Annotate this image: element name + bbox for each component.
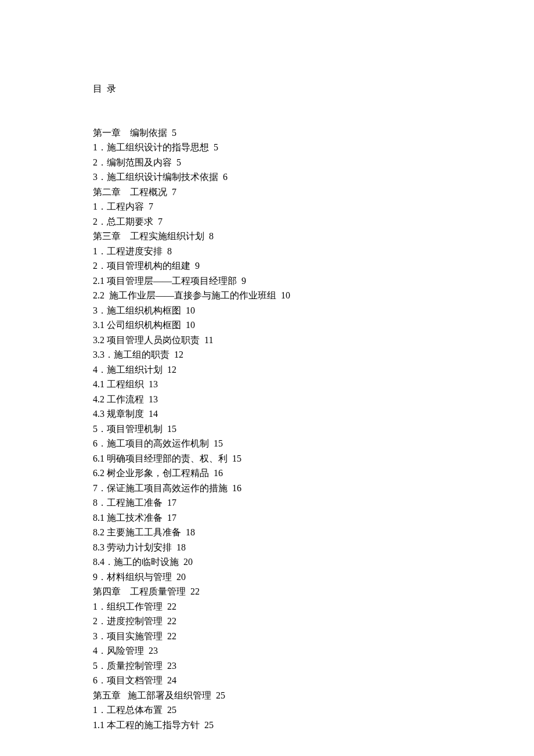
toc-label: 3．项目实施管理 <box>93 631 163 641</box>
toc-label: 7．保证施工项目高效运作的措施 <box>93 483 228 493</box>
toc-page-number: 9 <box>241 276 246 286</box>
toc-label: 8.3 劳动力计划安排 <box>93 542 172 552</box>
toc-label: 4．施工组织计划 <box>93 365 163 375</box>
toc-page-number: 17 <box>167 498 176 507</box>
toc-page-number: 8 <box>167 246 172 256</box>
toc-entry: 1．组织工作管理 22 <box>93 599 534 614</box>
toc-entry: 2．项目管理机构的组建 9 <box>93 258 534 273</box>
toc-page-number: 17 <box>167 513 176 523</box>
toc-entry: 第三章 工程实施组织计划 8 <box>93 229 534 244</box>
toc-page-number: 22 <box>167 602 176 611</box>
toc-label: 2．项目管理机构的组建 <box>93 261 190 271</box>
toc-page-number: 16 <box>214 468 223 478</box>
document-page: 目 录 第一章 编制依据 51．施工组织设计的指导思想 52．编制范围及内容 5… <box>0 0 534 732</box>
toc-label: 2.1 项目管理层——工程项目经理部 <box>93 276 237 286</box>
toc-page-number: 22 <box>167 631 176 641</box>
toc-entry: 2．总工期要求 7 <box>93 214 534 229</box>
toc-entry: 8.2 主要施工工具准备 18 <box>93 525 534 540</box>
toc-page-number: 22 <box>190 586 200 596</box>
toc-gap <box>169 350 174 359</box>
toc-label: 1．工程总体布置 <box>93 705 163 715</box>
toc-label: 2.2 施工作业层——直接参与施工的作业班组 <box>93 290 276 300</box>
toc-page-number: 16 <box>232 483 241 493</box>
toc-page-number: 15 <box>232 453 241 463</box>
toc-entry: 7．保证施工项目高效运作的措施 16 <box>93 481 534 496</box>
toc-label: 第四章 工程质量管理 <box>93 586 186 596</box>
toc-page-number: 7 <box>149 201 153 211</box>
table-of-contents: 第一章 编制依据 51．施工组织设计的指导思想 52．编制范围及内容 53．施工… <box>93 125 534 733</box>
toc-entry: 第五章 施工部署及组织管理 25 <box>93 688 534 703</box>
toc-label: 2．编制范围及内容 <box>93 157 172 167</box>
toc-gap <box>163 602 167 611</box>
toc-label: 8.2 主要施工工具准备 <box>93 527 181 537</box>
toc-entry: 3．项目实施管理 22 <box>93 629 534 644</box>
toc-gap <box>237 276 241 286</box>
toc-label: 9．材料组织与管理 <box>93 572 172 582</box>
toc-label: 8．工程施工准备 <box>93 498 163 507</box>
toc-gap <box>167 187 172 197</box>
toc-label: 1．工程内容 <box>93 201 144 211</box>
toc-gap <box>209 438 214 448</box>
toc-page-number: 20 <box>176 572 186 582</box>
toc-label: 1．工程进度安排 <box>93 246 163 256</box>
toc-entry: 5．项目管理机制 15 <box>93 422 534 437</box>
toc-gap <box>209 142 214 152</box>
toc-gap <box>163 705 167 715</box>
toc-entry: 3.1 公司组织机构框图 10 <box>93 318 534 333</box>
toc-label: 第三章 工程实施组织计划 <box>93 231 204 241</box>
toc-gap <box>172 572 176 582</box>
toc-label: 1.1 本工程的施工指导方针 <box>93 720 200 730</box>
toc-entry: 2.2 施工作业层——直接参与施工的作业班组 10 <box>93 288 534 303</box>
toc-gap <box>228 483 232 493</box>
toc-page-number: 12 <box>174 350 183 359</box>
toc-label: 8.1 施工技术准备 <box>93 513 163 523</box>
toc-gap <box>144 379 149 389</box>
toc-entry: 6.1 明确项目经理部的责、权、利 15 <box>93 451 534 466</box>
toc-entry: 2.1 项目管理层——工程项目经理部 9 <box>93 273 534 289</box>
toc-label: 2．进度控制管理 <box>93 616 163 626</box>
toc-entry: 3．施工组织设计编制技术依据 6 <box>93 170 534 185</box>
toc-entry: 3.2 项目管理人员岗位职责 11 <box>93 333 534 348</box>
toc-page-number: 23 <box>167 661 176 671</box>
toc-label: 第二章 工程概况 <box>93 187 167 197</box>
toc-label: 3．施工组织机构框图 <box>93 305 181 315</box>
toc-page-number: 8 <box>209 231 214 241</box>
toc-entry: 2．编制范围及内容 5 <box>93 155 534 170</box>
toc-entry: 3．施工组织机构框图 10 <box>93 303 534 318</box>
toc-label: 6．施工项目的高效运作机制 <box>93 438 209 448</box>
toc-page-number: 22 <box>167 616 176 626</box>
toc-label: 3．施工组织设计编制技术依据 <box>93 172 218 182</box>
toc-gap <box>163 498 167 507</box>
toc-entry: 4.2 工作流程 13 <box>93 392 534 407</box>
toc-entry: 8.3 劳动力计划安排 18 <box>93 540 534 555</box>
toc-page-number: 18 <box>186 527 195 537</box>
toc-page-number: 10 <box>186 305 195 315</box>
toc-entry: 3.3．施工组的职责 12 <box>93 347 534 362</box>
toc-label: 3.2 项目管理人员岗位职责 <box>93 335 200 345</box>
toc-label: 4.2 工作流程 <box>93 394 144 404</box>
toc-label: 6．项目文档管理 <box>93 675 163 685</box>
toc-label: 4.3 规章制度 <box>93 409 144 419</box>
toc-page-number: 5 <box>176 157 181 167</box>
document-title: 目 录 <box>93 81 534 96</box>
toc-page-number: 7 <box>158 217 163 226</box>
toc-page-number: 12 <box>167 365 176 375</box>
toc-entry: 4.1 工程组织 13 <box>93 377 534 392</box>
toc-entry: 6．项目文档管理 24 <box>93 673 534 688</box>
toc-gap <box>218 172 223 182</box>
toc-page-number: 25 <box>167 705 176 715</box>
toc-gap <box>211 690 216 700</box>
toc-gap <box>163 631 167 641</box>
toc-entry: 第四章 工程质量管理 22 <box>93 584 534 599</box>
toc-page-number: 24 <box>167 675 176 685</box>
toc-gap <box>163 365 167 375</box>
toc-gap <box>181 527 186 537</box>
toc-gap <box>144 409 149 419</box>
toc-page-number: 15 <box>167 424 176 434</box>
toc-entry: 第二章 工程概况 7 <box>93 185 534 200</box>
toc-entry: 5．质量控制管理 23 <box>93 658 534 674</box>
toc-gap <box>163 675 167 685</box>
toc-label: 3.3．施工组的职责 <box>93 350 169 359</box>
toc-label: 第五章 施工部署及组织管理 <box>93 690 211 700</box>
toc-label: 2．总工期要求 <box>93 217 153 226</box>
